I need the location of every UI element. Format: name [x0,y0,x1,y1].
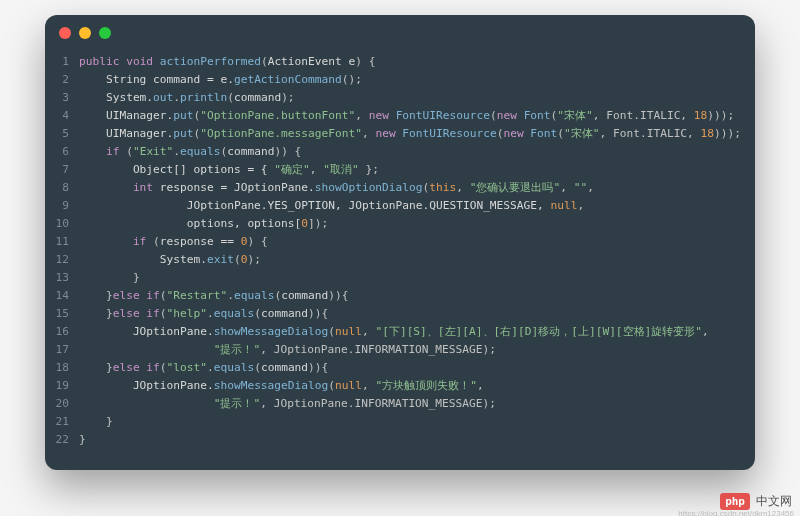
line-number: 16 [45,323,79,341]
token-thi: this [429,181,456,194]
line-source: if ("Exit".equals(command)) { [79,143,301,161]
token-pun: )){ [328,289,348,302]
token-id: command [281,289,328,302]
line-number: 19 [45,377,79,395]
line-source: if (response == 0) { [79,233,268,251]
token-str: "lost" [167,361,207,374]
code-line: 21 } [45,413,755,431]
line-number: 5 [45,125,79,143]
line-number: 15 [45,305,79,323]
token-pun: ); [281,91,294,104]
token-mth: put [173,127,193,140]
token-id: JOptionPane. [79,325,214,338]
code-line: 4 UIManager.put("OptionPane.buttonFont",… [45,107,755,125]
token-str: "提示！" [214,397,260,410]
code-line: 6 if ("Exit".equals(command)) { [45,143,755,161]
token-mth: getActionCommand [234,73,342,86]
token-pun: ) { [247,235,267,248]
token-mth: out [153,91,173,104]
token-nul: null [550,199,577,212]
token-pun: , [477,379,484,392]
line-source: System.exit(0); [79,251,261,269]
token-pun: }; [359,163,379,176]
token-id: response == [160,235,241,248]
token-pun: , Font.ITALIC, [600,127,701,140]
token-mth: FontUIResource [396,109,490,122]
token-pun: , JOptionPane.INFORMATION_MESSAGE); [260,397,496,410]
token-id [79,343,214,356]
line-number: 21 [45,413,79,431]
code-line: 8 int response = JOptionPane.showOptionD… [45,179,755,197]
line-number: 2 [45,71,79,89]
code-line: 5 UIManager.put("OptionPane.messageFont"… [45,125,755,143]
token-pun: , [355,109,368,122]
token-mth: equals [234,289,274,302]
token-pun: ( [227,91,234,104]
token-pun: ( [160,361,167,374]
token-pun: ( [254,361,261,374]
watermark-logo: php [720,493,750,510]
code-line: 19 JOptionPane.showMessageDialog(null, "… [45,377,755,395]
token-num: 18 [694,109,707,122]
token-pun: ( [153,235,160,248]
token-id: options, options[ [79,217,301,230]
line-number: 6 [45,143,79,161]
token-str: "OptionPane.messageFont" [200,127,362,140]
token-pun: , [560,181,573,194]
line-source: Object[] options = { "确定", "取消" }; [79,161,379,179]
line-number: 18 [45,359,79,377]
token-str: "Restart" [167,289,228,302]
code-line: 14 }else if("Restart".equals(command)){ [45,287,755,305]
line-source: "提示！", JOptionPane.INFORMATION_MESSAGE); [79,341,496,359]
token-id: command [261,361,308,374]
token-kw: else if [113,289,160,302]
token-nul: null [335,379,362,392]
minimize-icon[interactable] [79,27,91,39]
token-mth: equals [214,361,254,374]
line-source: options, options[0]); [79,215,328,233]
token-kw: new [497,109,524,122]
line-source: } [79,431,86,449]
token-id: UIManager. [79,127,173,140]
token-id [79,397,214,410]
token-id: JOptionPane. [79,379,214,392]
close-icon[interactable] [59,27,71,39]
code-line: 10 options, options[0]); [45,215,755,233]
line-number: 3 [45,89,79,107]
token-kw: new [503,127,530,140]
token-pun: ))); [707,109,734,122]
token-pun: ); [247,253,260,266]
token-str: "OptionPane.buttonFont" [200,109,355,122]
line-number: 9 [45,197,79,215]
code-line: 2 String command = e.getActionCommand(); [45,71,755,89]
line-number: 13 [45,269,79,287]
token-mth: Font [524,109,551,122]
token-mth: put [173,109,193,122]
code-line: 16 JOptionPane.showMessageDialog(null, "… [45,323,755,341]
token-str: "" [574,181,587,194]
token-mth: equals [180,145,220,158]
maximize-icon[interactable] [99,27,111,39]
code-block: 1public void actionPerformed(ActionEvent… [45,49,755,459]
line-number: 8 [45,179,79,197]
window-titlebar [45,15,755,49]
token-kw: if [79,235,153,248]
token-pun: . [227,289,234,302]
line-source: System.out.println(command); [79,89,295,107]
token-pun: , [362,325,375,338]
code-line: 18 }else if("lost".equals(command)){ [45,359,755,377]
line-number: 22 [45,431,79,449]
token-id: System. [79,91,153,104]
token-mth: println [180,91,227,104]
line-source: int response = JOptionPane.showOptionDia… [79,179,594,197]
code-line: 12 System.exit(0); [45,251,755,269]
line-number: 11 [45,233,79,251]
token-kw: int [79,181,160,194]
token-id: command [234,91,281,104]
code-line: 11 if (response == 0) { [45,233,755,251]
token-str: "确定" [274,163,309,176]
line-source: "提示！", JOptionPane.INFORMATION_MESSAGE); [79,395,496,413]
token-str: "取消" [323,163,358,176]
token-kw: new [369,109,396,122]
token-nul: null [335,325,362,338]
